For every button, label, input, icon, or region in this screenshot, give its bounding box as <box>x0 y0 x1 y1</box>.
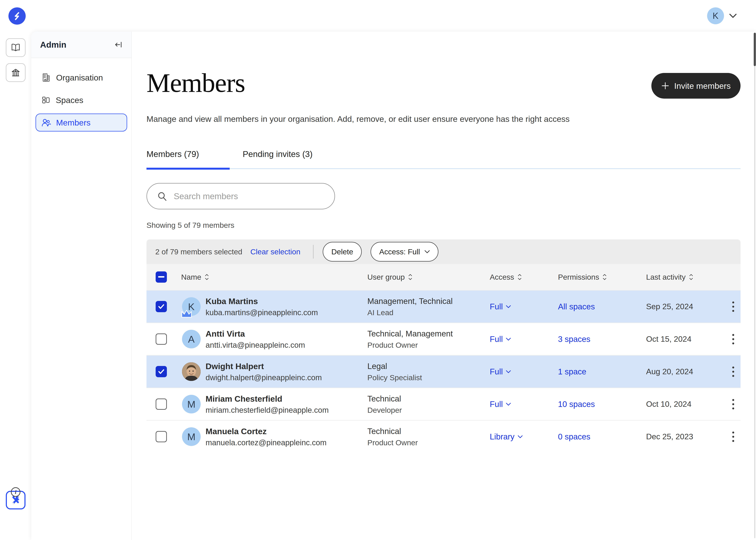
table-row[interactable]: Dwight Halpert dwight.halpert@pineapplei… <box>146 355 740 388</box>
app-logo[interactable] <box>8 7 26 25</box>
top-bar: K <box>0 0 756 32</box>
access-dropdown[interactable]: Full <box>490 334 558 344</box>
logo-lightning-icon <box>12 11 22 21</box>
toolbar-divider <box>313 245 314 259</box>
access-dropdown[interactable]: Full <box>490 367 558 376</box>
user-role: Product Owner <box>368 438 485 447</box>
last-activity: Dec 25, 2023 <box>646 432 693 441</box>
kebab-menu[interactable] <box>726 397 740 411</box>
chevron-down-icon[interactable] <box>729 13 737 18</box>
permissions-link[interactable]: 3 spaces <box>558 335 590 344</box>
column-header-permissions[interactable]: Permissions <box>558 273 646 281</box>
sidebar-item-members[interactable]: Members <box>36 114 127 131</box>
permissions-link[interactable]: All spaces <box>558 302 595 311</box>
access-dropdown[interactable]: Full <box>490 302 558 311</box>
kebab-menu[interactable] <box>726 300 740 314</box>
name-block: Miriam Chesterfield miriam.chesterfield@… <box>206 394 329 415</box>
table-row[interactable]: M Manuela Cortez manuela.cortez@pineappl… <box>146 420 740 453</box>
scrollbar-track[interactable] <box>754 33 755 538</box>
chevron-down-icon <box>424 250 430 253</box>
sidebar-item-label: Spaces <box>56 95 83 105</box>
spaces-icon <box>41 95 51 105</box>
sidebar-item-organisation[interactable]: Organisation <box>36 68 127 86</box>
table-body: K Kuba Martins kuba.martins@pineappleinc… <box>146 290 740 453</box>
avatar <box>182 362 201 381</box>
row-checkbox[interactable] <box>156 431 167 442</box>
select-all-checkbox[interactable] <box>156 271 167 283</box>
access-dropdown[interactable]: Full <box>490 399 558 409</box>
user-menu[interactable]: K <box>707 7 737 24</box>
invite-members-button[interactable]: Invite members <box>651 73 740 99</box>
user-avatar[interactable]: K <box>707 7 724 24</box>
sidebar-item-spaces[interactable]: Spaces <box>36 91 127 109</box>
organisation-home-button[interactable] <box>6 63 26 82</box>
member-email: antti.virta@pineappleinc.com <box>206 341 305 349</box>
tab-bar: Members (79) Pending invites (3) <box>146 149 740 169</box>
page-title: Members <box>146 68 740 97</box>
kebab-menu[interactable] <box>726 430 740 444</box>
access-filter-dropdown[interactable]: Access: Full <box>371 242 438 262</box>
user-role: Policy Specialist <box>368 373 485 382</box>
permissions-link[interactable]: 10 spaces <box>558 400 595 409</box>
user-group-cell: Technical, Management Product Owner <box>368 329 485 349</box>
chevron-down-icon <box>518 435 523 438</box>
member-email: kuba.martins@pineappleinc.com <box>206 308 318 317</box>
search-box[interactable] <box>146 183 335 209</box>
column-header-user-group[interactable]: User group <box>368 273 485 281</box>
row-checkbox[interactable] <box>156 301 167 312</box>
user-group-cell: Legal Policy Specialist <box>368 361 485 382</box>
members-table: 2 of 79 members selected Clear selection… <box>146 239 740 453</box>
user-group-cell: Management, Technical AI Lead <box>368 296 485 317</box>
clear-selection-link[interactable]: Clear selection <box>250 247 300 256</box>
member-email: manuela.cortez@pineappleinc.com <box>206 438 327 447</box>
name-block: Antti Virta antti.virta@pineappleinc.com <box>206 329 305 349</box>
content-card: Admin Organisation <box>31 32 756 540</box>
library-button[interactable] <box>6 38 26 57</box>
collapse-sidebar-icon[interactable] <box>114 41 123 48</box>
admin-nav: Organisation Spaces <box>31 58 131 131</box>
user-group: Management, Technical <box>368 296 485 306</box>
avatar: K <box>182 297 201 316</box>
user-group: Technical <box>368 394 485 403</box>
last-activity: Aug 20, 2024 <box>646 367 693 376</box>
main-content: Members Invite members Manage and view a… <box>132 32 756 540</box>
admin-sidebar-header: Admin <box>31 32 131 58</box>
check-icon <box>158 369 165 375</box>
table-row[interactable]: A Antti Virta antti.virta@pineappleinc.c… <box>146 323 740 355</box>
table-row[interactable]: K Kuba Martins kuba.martins@pineappleinc… <box>146 290 740 323</box>
info-button[interactable]: i <box>11 487 20 497</box>
name-block: Manuela Cortez manuela.cortez@pineapplei… <box>206 426 327 447</box>
last-activity: Oct 15, 2024 <box>646 335 691 343</box>
permissions-link[interactable]: 0 spaces <box>558 432 590 441</box>
row-checkbox[interactable] <box>156 398 167 410</box>
tab-pending-invites[interactable]: Pending invites (3) <box>243 149 313 168</box>
bank-icon <box>11 68 21 77</box>
last-activity: Sep 25, 2024 <box>646 302 693 311</box>
user-group-cell: Technical Developer <box>368 394 485 415</box>
kebab-menu[interactable] <box>726 332 740 346</box>
permissions-link[interactable]: 1 space <box>558 367 586 376</box>
table-row[interactable]: M Miriam Chesterfield miriam.chesterfiel… <box>146 388 740 420</box>
search-input[interactable] <box>173 191 324 201</box>
row-checkbox[interactable] <box>156 334 167 345</box>
tab-members[interactable]: Members (79) <box>146 149 230 168</box>
sort-icon <box>408 274 412 280</box>
user-group: Legal <box>368 361 485 371</box>
column-header-name[interactable]: Name <box>173 273 368 281</box>
chevron-down-icon <box>506 338 511 341</box>
admin-sidebar: Admin Organisation <box>31 32 132 540</box>
row-checkbox[interactable] <box>156 366 167 377</box>
member-name: Antti Virta <box>206 329 305 338</box>
sort-icon <box>205 274 209 280</box>
scrollbar-thumb[interactable] <box>754 33 756 66</box>
member-email: miriam.chesterfield@pineapple.com <box>206 406 329 415</box>
access-dropdown[interactable]: Library <box>490 432 558 441</box>
delete-label: Delete <box>331 247 353 256</box>
column-header-last-activity[interactable]: Last activity <box>646 273 726 281</box>
kebab-menu[interactable] <box>726 365 740 379</box>
column-header-access[interactable]: Access <box>485 273 558 281</box>
invite-members-label: Invite members <box>674 81 731 91</box>
delete-button[interactable]: Delete <box>323 242 362 262</box>
last-activity: Oct 10, 2024 <box>646 400 691 409</box>
book-icon <box>11 43 21 52</box>
